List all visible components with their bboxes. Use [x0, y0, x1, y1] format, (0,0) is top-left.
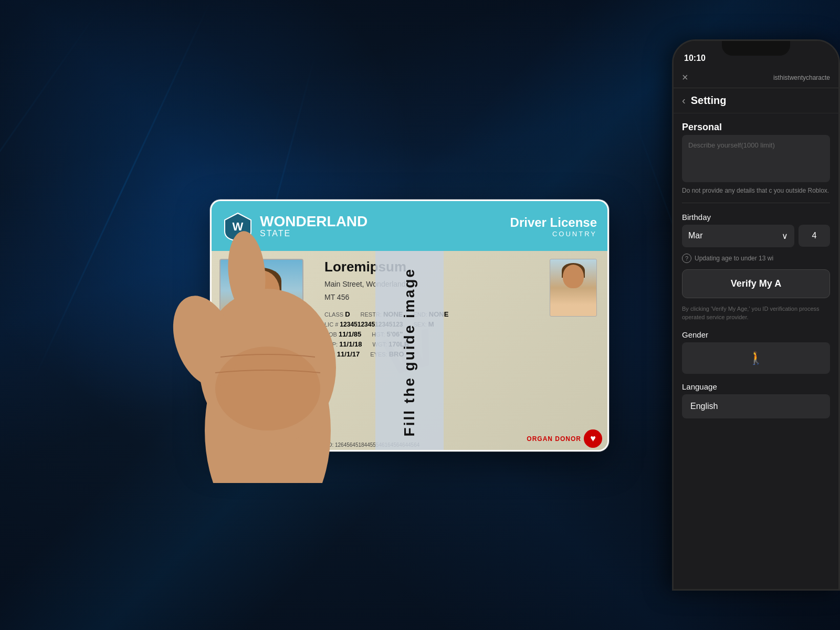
phone-notch	[722, 41, 790, 56]
month-value: Mar	[688, 231, 703, 240]
guide-text: Fill the guide image	[401, 268, 418, 436]
dropdown-chevron-icon: ∨	[782, 231, 788, 241]
small-photo	[550, 259, 597, 317]
svg-point-4	[215, 346, 320, 430]
verify-age-button[interactable]: Verify My A	[682, 269, 830, 298]
age-warning-text: Updating age to under 13 wi	[695, 255, 773, 262]
hand-container	[163, 168, 373, 483]
main-content: W WONDERLAND STATE Driver License COUNTR…	[0, 0, 840, 630]
phone-screen: 10:10 × isthistwentycharacte ‹ Setting	[674, 41, 838, 589]
language-label: Language	[682, 382, 830, 391]
settings-title: Setting	[691, 94, 727, 107]
verify-disclaimer: By clicking 'Verify My Age,' you ID veri…	[682, 304, 830, 322]
month-select[interactable]: Mar ∨	[682, 225, 794, 247]
day-field[interactable]: 4	[799, 225, 830, 247]
settings-body: Personal Describe yourself(1000 limit) D…	[674, 113, 838, 427]
info-icon: ?	[682, 254, 691, 263]
heart-icon: ♥	[584, 429, 602, 448]
age-warning: ? Updating age to under 13 wi	[682, 254, 830, 263]
birthday-section: Birthday Mar ∨ 4	[682, 213, 830, 247]
personal-label: Personal	[682, 122, 830, 133]
phone-time: 10:10	[684, 54, 706, 63]
warning-text: Do not provide any details that c you ou…	[682, 186, 830, 195]
small-photo-head	[563, 265, 584, 288]
personal-section: Personal Describe yourself(1000 limit) D…	[682, 122, 830, 195]
guide-overlay: Fill the guide image	[375, 251, 444, 452]
gender-section: Gender 🚶	[682, 330, 830, 374]
organ-donor-badge: ORGAN DONOR ♥	[527, 429, 602, 448]
settings-header: ‹ Setting	[674, 88, 838, 113]
app-bar: × isthistwentycharacte	[674, 67, 838, 88]
phone-body: 10:10 × isthistwentycharacte ‹ Setting	[672, 39, 840, 591]
gender-label: Gender	[682, 330, 830, 339]
id-section: W WONDERLAND STATE Driver License COUNTR…	[142, 105, 614, 525]
birthday-row: Mar ∨ 4	[682, 225, 830, 247]
gender-box[interactable]: 🚶	[682, 342, 830, 374]
language-section: Language English	[682, 382, 830, 418]
organ-donor-text: ORGAN DONOR	[527, 435, 581, 443]
phone-container: 10:10 × isthistwentycharacte ‹ Setting	[672, 39, 840, 591]
birthday-label: Birthday	[682, 213, 830, 222]
divider-1	[682, 203, 830, 203]
describe-field[interactable]: Describe yourself(1000 limit)	[682, 135, 830, 182]
close-button[interactable]: ×	[682, 71, 688, 83]
back-button[interactable]: ‹	[682, 94, 686, 107]
app-bar-title: isthistwentycharacte	[773, 74, 830, 81]
language-value[interactable]: English	[682, 394, 830, 418]
person-icon: 🚶	[748, 351, 764, 365]
